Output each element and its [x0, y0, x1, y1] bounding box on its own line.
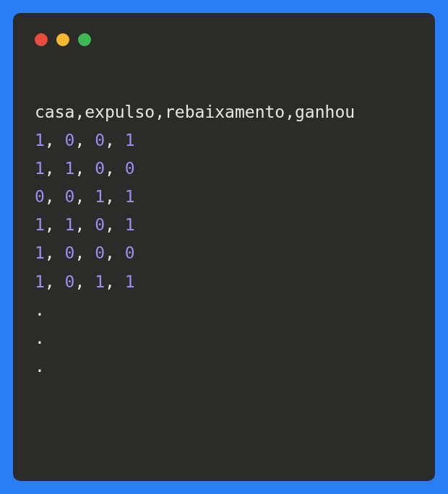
window-controls [35, 33, 413, 46]
ellipsis-dot: . [35, 300, 45, 319]
cell-value: 1 [125, 215, 135, 234]
cell-value: 1 [125, 187, 135, 206]
ellipsis-dot: . [35, 329, 45, 347]
data-row: 1, 0, 0, 1 [35, 131, 135, 150]
ellipsis-dot: . [35, 357, 45, 376]
cell-value: 1 [35, 272, 45, 291]
code-content: casa,expulso,rebaixamento,ganhou 1, 0, 0… [35, 98, 413, 381]
cell-value: 1 [95, 187, 105, 206]
minimize-icon[interactable] [56, 33, 69, 46]
data-row: 1, 0, 1, 1 [35, 272, 135, 291]
cell-value: 0 [65, 131, 75, 150]
data-row: 1, 1, 0, 1 [35, 215, 135, 234]
csv-header: casa,expulso,rebaixamento,ganhou [35, 103, 355, 121]
cell-value: 0 [125, 243, 135, 262]
cell-value: 1 [35, 159, 45, 178]
cell-value: 0 [95, 215, 105, 234]
cell-value: 1 [65, 215, 75, 234]
data-row: 0, 0, 1, 1 [35, 187, 135, 206]
cell-value: 1 [35, 215, 45, 234]
cell-value: 1 [35, 131, 45, 150]
cell-value: 1 [125, 131, 135, 150]
cell-value: 0 [95, 243, 105, 262]
data-row: 1, 1, 0, 0 [35, 159, 135, 178]
maximize-icon[interactable] [78, 33, 91, 46]
cell-value: 1 [95, 272, 105, 291]
cell-value: 0 [65, 272, 75, 291]
cell-value: 1 [65, 159, 75, 178]
close-icon[interactable] [35, 33, 48, 46]
cell-value: 1 [35, 243, 45, 262]
data-row: 1, 0, 0, 0 [35, 243, 135, 262]
cell-value: 0 [65, 243, 75, 262]
terminal-window: casa,expulso,rebaixamento,ganhou 1, 0, 0… [13, 13, 435, 481]
cell-value: 0 [35, 187, 45, 206]
cell-value: 0 [95, 159, 105, 178]
cell-value: 0 [125, 159, 135, 178]
cell-value: 0 [65, 187, 75, 206]
cell-value: 1 [125, 272, 135, 291]
cell-value: 0 [95, 131, 105, 150]
